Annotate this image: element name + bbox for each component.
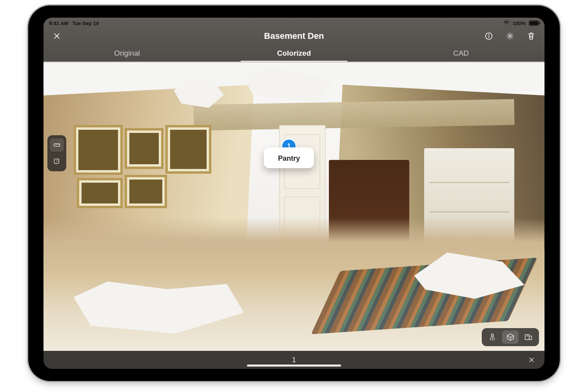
bottombar-close-button[interactable] <box>526 354 537 366</box>
annotation-count: 1 <box>292 356 296 364</box>
annotation-label[interactable]: Pantry <box>264 147 314 168</box>
svg-rect-6 <box>54 159 59 163</box>
ruler-icon <box>53 141 61 149</box>
svg-point-3 <box>489 34 489 34</box>
svg-point-0 <box>506 24 507 25</box>
svg-point-4 <box>509 35 511 37</box>
person-icon <box>488 333 497 341</box>
gear-icon <box>506 32 514 40</box>
view-mode-switcher <box>482 328 539 346</box>
tab-original[interactable]: Original <box>44 45 211 62</box>
status-bar: 9:41 AM Tue Sep 14 100% <box>44 18 544 28</box>
status-time: 9:41 AM <box>49 20 68 26</box>
measure-tool-button[interactable] <box>50 138 64 152</box>
annotation-waypoint[interactable]: 1 Pantry <box>264 140 314 168</box>
home-indicator[interactable] <box>247 365 341 367</box>
floorplan-icon <box>524 333 533 341</box>
close-icon <box>528 356 535 363</box>
delete-button[interactable] <box>523 28 539 44</box>
battery-icon <box>529 20 539 26</box>
left-tool-palette <box>47 135 66 171</box>
cube-icon <box>506 333 515 341</box>
view-tabs: Original Colorized CAD <box>44 45 544 62</box>
svg-rect-9 <box>529 336 532 339</box>
scan-scene <box>44 62 544 351</box>
first-person-view-button[interactable] <box>484 330 501 344</box>
trash-icon <box>527 32 535 40</box>
info-button[interactable] <box>481 28 497 44</box>
screen: 9:41 AM Tue Sep 14 100% <box>44 18 544 369</box>
status-battery-pct: 100% <box>513 20 526 26</box>
wifi-icon <box>503 21 510 25</box>
floorplan-view-button[interactable] <box>520 330 537 344</box>
compose-icon <box>53 158 61 165</box>
svg-point-7 <box>491 334 494 336</box>
settings-button[interactable] <box>502 28 518 44</box>
tab-colorized[interactable]: Colorized <box>211 45 377 62</box>
tablet-bezel: 9:41 AM Tue Sep 14 100% <box>29 7 559 380</box>
orbit-view-button[interactable] <box>502 330 519 344</box>
tab-cad[interactable]: CAD <box>377 45 544 62</box>
tablet-frame: 9:41 AM Tue Sep 14 100% <box>28 5 560 381</box>
edit-tool-button[interactable] <box>50 155 64 168</box>
scan-viewport[interactable]: 1 Pantry <box>44 62 544 351</box>
page-title: Basement Den <box>44 31 544 41</box>
status-date: Tue Sep 14 <box>72 20 99 26</box>
info-icon <box>485 32 493 40</box>
